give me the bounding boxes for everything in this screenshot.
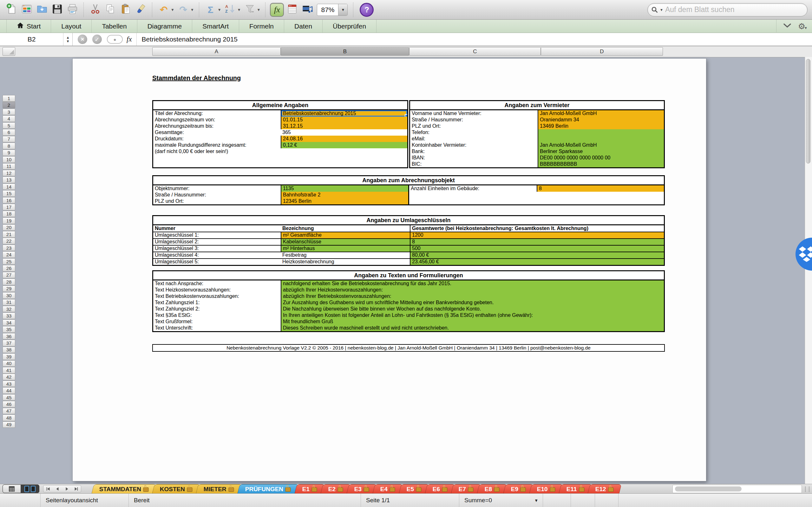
cell-value[interactable]: Berliner Sparkasse — [538, 148, 664, 155]
vertical-scrollbar[interactable] — [805, 57, 812, 484]
cell-label[interactable]: BIC: — [410, 161, 538, 167]
sort-az-button[interactable]: AZ — [223, 2, 237, 17]
cell-value[interactable]: In Ihren anteiligen Kosten ist folgender… — [281, 312, 664, 319]
cell-label[interactable]: Straße / Hausnummer: — [153, 192, 281, 198]
cell-label[interactable]: Text Unterschrift: — [153, 325, 281, 331]
name-box-stepper[interactable]: ▲▼ — [63, 33, 72, 46]
cell-value[interactable]: 8 — [537, 185, 664, 192]
row-header-36[interactable]: 36 — [3, 333, 15, 340]
search-input[interactable] — [664, 5, 804, 14]
ribbon-tab-tabellen[interactable]: Tabellen — [92, 20, 137, 33]
cell-label[interactable]: Text Zahlungsziel 1: — [153, 299, 281, 306]
column-header-a[interactable]: A — [152, 47, 281, 56]
row-header-38[interactable]: 38 — [3, 347, 15, 353]
cancel-entry-icon[interactable]: × — [78, 35, 87, 44]
cell-label[interactable]: IBAN: — [410, 155, 538, 161]
cell-value[interactable]: 01.01.15 — [281, 117, 407, 123]
format-painter-button[interactable] — [134, 2, 148, 17]
cell-label[interactable]: (darf nicht 0,00 € oder leer sein!) — [153, 148, 281, 155]
cell-bezeichnung[interactable]: m² Hinterhaus — [281, 245, 410, 251]
row-header-23[interactable]: 23 — [3, 245, 15, 251]
row-header-5[interactable]: 5 — [3, 122, 15, 129]
row-header-35[interactable]: 35 — [3, 326, 15, 333]
cell-gesamtwert[interactable]: 8 — [410, 239, 664, 245]
cell-label[interactable]: Titel der Abrechnung: — [153, 110, 281, 117]
ribbon-tab-daten[interactable]: Daten — [284, 20, 322, 33]
media-button[interactable] — [300, 2, 314, 17]
cell-value[interactable]: 24.08.16 — [281, 135, 407, 142]
row-header-9[interactable]: 9 — [3, 150, 15, 156]
previous-sheet-icon[interactable] — [55, 487, 60, 491]
row-header-46[interactable]: 46 — [3, 401, 15, 407]
row-header-44[interactable]: 44 — [3, 387, 15, 394]
row-header-13[interactable]: 13 — [3, 176, 15, 183]
cell-nummer[interactable]: Umlageschlüssel 4: — [153, 252, 281, 258]
sheet-tab-e5[interactable]: E5 — [399, 484, 429, 494]
select-all-corner[interactable] — [3, 47, 15, 56]
cell-label[interactable]: Gesamttage: — [153, 129, 281, 135]
print-button[interactable] — [65, 2, 79, 17]
paste-button[interactable] — [119, 2, 133, 17]
cell-label[interactable]: Druckdatum: — [153, 135, 281, 142]
ribbon-tab-layout[interactable]: Layout — [51, 20, 92, 33]
row-header-12[interactable]: 12 — [3, 170, 15, 176]
row-header-19[interactable]: 19 — [3, 217, 15, 224]
cell-label[interactable]: Anzahl Einheiten im Gebäude: — [409, 185, 537, 192]
normal-view-button[interactable] — [3, 485, 20, 493]
cell-label[interactable]: Kontoinhaber Vermieter: — [410, 142, 538, 148]
cell-value[interactable]: 1135 — [281, 185, 408, 192]
vertical-scrollbar-thumb[interactable] — [806, 59, 810, 164]
row-header-33[interactable]: 33 — [3, 313, 15, 319]
row-header-49[interactable]: 49 — [3, 421, 15, 428]
row-header-42[interactable]: 42 — [3, 374, 15, 380]
row-header-4[interactable]: 4 — [3, 115, 15, 122]
row-header-40[interactable]: 40 — [3, 360, 15, 367]
row-header-22[interactable]: 22 — [3, 238, 15, 244]
row-header-32[interactable]: 32 — [3, 306, 15, 313]
cell-value[interactable]: 12345 Berlin — [281, 198, 408, 205]
row-header-6[interactable]: 6 — [3, 129, 15, 135]
row-header-48[interactable]: 48 — [3, 414, 15, 421]
cell-bezeichnung[interactable]: Kabelanschlüsse — [281, 239, 410, 245]
next-sheet-icon[interactable] — [65, 487, 69, 491]
new-document-button[interactable] — [4, 2, 18, 17]
row-header-7[interactable]: 7 — [3, 136, 15, 143]
sheet-tab-e10[interactable]: E10 — [529, 484, 563, 494]
search-dropdown-arrow-icon[interactable]: ▼ — [660, 8, 663, 12]
cell-label[interactable]: Vorname und Name Vermieter: — [410, 110, 538, 117]
row-header-1[interactable]: 1 — [3, 95, 15, 102]
zoom-control[interactable]: 87%▼ — [317, 4, 348, 16]
cell-value[interactable]: Oraniendamm 34 — [538, 117, 664, 123]
cell-label[interactable] — [153, 155, 281, 161]
cell-label[interactable]: Abrechnungszeitraum bis: — [153, 123, 281, 129]
cell-value[interactable]: abzüglich Ihrer Betriebskostenvorauszahl… — [281, 293, 664, 299]
column-header-b[interactable]: B — [281, 47, 409, 56]
cell-label[interactable]: maximale Rundungsdifferenz insgesamt: — [153, 142, 281, 148]
sheet-tab-e12[interactable]: E12 — [588, 484, 622, 494]
dropdown-arrow-icon[interactable]: ▼ — [257, 8, 261, 12]
row-header-47[interactable]: 47 — [3, 408, 15, 414]
dropdown-arrow-icon[interactable]: ▼ — [217, 8, 221, 12]
cell-value[interactable]: Zur Auszahlung des Guthabens wird um sch… — [281, 299, 664, 306]
copy-button[interactable] — [103, 2, 117, 17]
cell-label[interactable]: PLZ und Ort: — [153, 198, 281, 205]
cell-value[interactable]: BBBBBBBBBBB — [538, 161, 664, 167]
cell-value[interactable]: Jan Arnold-Moßell GmbH — [538, 142, 664, 148]
cell-gesamtwert[interactable]: 80,00 € — [410, 252, 664, 258]
cell-value[interactable] — [538, 129, 664, 135]
cell-label[interactable]: Telefon: — [410, 129, 538, 135]
formula-options-icon[interactable]: ● — [107, 35, 123, 44]
row-header-28[interactable]: 28 — [3, 279, 15, 285]
horizontal-scrollbar-thumb[interactable] — [675, 487, 742, 492]
row-header-10[interactable]: 10 — [3, 156, 15, 163]
undo-button[interactable]: ↶ — [157, 2, 171, 17]
dropdown-arrow-icon[interactable]: ▼ — [190, 8, 194, 12]
cell-bezeichnung[interactable]: Festbetrag — [281, 252, 410, 258]
dropdown-arrow-icon[interactable]: ▼ — [171, 8, 174, 12]
cell-gesamtwert[interactable]: 23.456,00 € — [410, 259, 664, 265]
scrollbar-grip[interactable] — [805, 487, 809, 492]
row-header-3[interactable]: 3 — [3, 109, 15, 115]
cell-label[interactable]: Text §35a EStG: — [153, 312, 281, 319]
zoom-dropdown-arrow-icon[interactable]: ▼ — [338, 4, 347, 15]
cell-value[interactable]: Betriebskostenabrechnung 2015 — [281, 110, 407, 117]
